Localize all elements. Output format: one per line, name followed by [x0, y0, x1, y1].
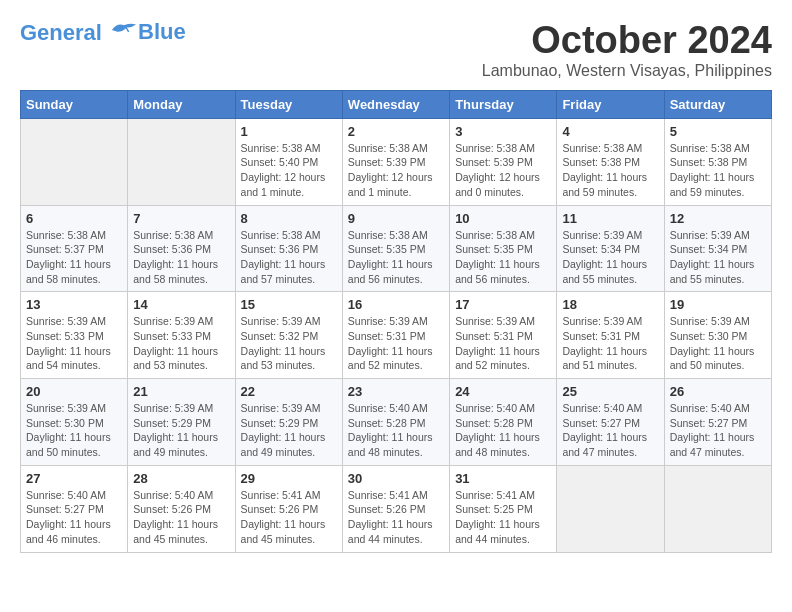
calendar-cell: 11Sunrise: 5:39 AM Sunset: 5:34 PM Dayli…: [557, 205, 664, 292]
day-info: Sunrise: 5:41 AM Sunset: 5:25 PM Dayligh…: [455, 488, 551, 547]
day-number: 2: [348, 124, 444, 139]
week-row-3: 13Sunrise: 5:39 AM Sunset: 5:33 PM Dayli…: [21, 292, 772, 379]
calendar-cell: 31Sunrise: 5:41 AM Sunset: 5:25 PM Dayli…: [450, 465, 557, 552]
calendar-cell: 7Sunrise: 5:38 AM Sunset: 5:36 PM Daylig…: [128, 205, 235, 292]
calendar-table: SundayMondayTuesdayWednesdayThursdayFrid…: [20, 90, 772, 553]
day-info: Sunrise: 5:38 AM Sunset: 5:38 PM Dayligh…: [562, 141, 658, 200]
logo-line2: Blue: [138, 20, 186, 44]
weekday-header-friday: Friday: [557, 90, 664, 118]
day-info: Sunrise: 5:39 AM Sunset: 5:29 PM Dayligh…: [133, 401, 229, 460]
day-number: 29: [241, 471, 337, 486]
calendar-cell: 20Sunrise: 5:39 AM Sunset: 5:30 PM Dayli…: [21, 379, 128, 466]
day-number: 18: [562, 297, 658, 312]
calendar-cell: 18Sunrise: 5:39 AM Sunset: 5:31 PM Dayli…: [557, 292, 664, 379]
calendar-cell: 27Sunrise: 5:40 AM Sunset: 5:27 PM Dayli…: [21, 465, 128, 552]
day-number: 25: [562, 384, 658, 399]
calendar-cell: 12Sunrise: 5:39 AM Sunset: 5:34 PM Dayli…: [664, 205, 771, 292]
calendar-body: 1Sunrise: 5:38 AM Sunset: 5:40 PM Daylig…: [21, 118, 772, 552]
day-info: Sunrise: 5:38 AM Sunset: 5:36 PM Dayligh…: [241, 228, 337, 287]
day-info: Sunrise: 5:40 AM Sunset: 5:28 PM Dayligh…: [348, 401, 444, 460]
day-info: Sunrise: 5:38 AM Sunset: 5:40 PM Dayligh…: [241, 141, 337, 200]
day-info: Sunrise: 5:40 AM Sunset: 5:28 PM Dayligh…: [455, 401, 551, 460]
day-number: 8: [241, 211, 337, 226]
day-number: 9: [348, 211, 444, 226]
day-info: Sunrise: 5:39 AM Sunset: 5:30 PM Dayligh…: [670, 314, 766, 373]
logo: General Blue: [20, 20, 186, 45]
calendar-cell: 8Sunrise: 5:38 AM Sunset: 5:36 PM Daylig…: [235, 205, 342, 292]
day-info: Sunrise: 5:38 AM Sunset: 5:38 PM Dayligh…: [670, 141, 766, 200]
day-info: Sunrise: 5:40 AM Sunset: 5:26 PM Dayligh…: [133, 488, 229, 547]
day-info: Sunrise: 5:38 AM Sunset: 5:37 PM Dayligh…: [26, 228, 122, 287]
calendar-cell: 6Sunrise: 5:38 AM Sunset: 5:37 PM Daylig…: [21, 205, 128, 292]
day-number: 6: [26, 211, 122, 226]
weekday-header-sunday: Sunday: [21, 90, 128, 118]
calendar-cell: 14Sunrise: 5:39 AM Sunset: 5:33 PM Dayli…: [128, 292, 235, 379]
calendar-cell: 5Sunrise: 5:38 AM Sunset: 5:38 PM Daylig…: [664, 118, 771, 205]
day-info: Sunrise: 5:39 AM Sunset: 5:33 PM Dayligh…: [26, 314, 122, 373]
day-info: Sunrise: 5:39 AM Sunset: 5:34 PM Dayligh…: [670, 228, 766, 287]
calendar-cell: 3Sunrise: 5:38 AM Sunset: 5:39 PM Daylig…: [450, 118, 557, 205]
day-number: 26: [670, 384, 766, 399]
day-number: 13: [26, 297, 122, 312]
logo-line1: General: [20, 20, 102, 45]
day-info: Sunrise: 5:41 AM Sunset: 5:26 PM Dayligh…: [348, 488, 444, 547]
weekday-header-row: SundayMondayTuesdayWednesdayThursdayFrid…: [21, 90, 772, 118]
calendar-cell: [557, 465, 664, 552]
calendar-header: SundayMondayTuesdayWednesdayThursdayFrid…: [21, 90, 772, 118]
weekday-header-tuesday: Tuesday: [235, 90, 342, 118]
calendar-cell: 30Sunrise: 5:41 AM Sunset: 5:26 PM Dayli…: [342, 465, 449, 552]
weekday-header-monday: Monday: [128, 90, 235, 118]
day-number: 30: [348, 471, 444, 486]
day-info: Sunrise: 5:38 AM Sunset: 5:36 PM Dayligh…: [133, 228, 229, 287]
day-info: Sunrise: 5:38 AM Sunset: 5:35 PM Dayligh…: [455, 228, 551, 287]
day-number: 20: [26, 384, 122, 399]
calendar-cell: 16Sunrise: 5:39 AM Sunset: 5:31 PM Dayli…: [342, 292, 449, 379]
calendar-cell: 17Sunrise: 5:39 AM Sunset: 5:31 PM Dayli…: [450, 292, 557, 379]
day-info: Sunrise: 5:38 AM Sunset: 5:39 PM Dayligh…: [348, 141, 444, 200]
calendar-cell: 21Sunrise: 5:39 AM Sunset: 5:29 PM Dayli…: [128, 379, 235, 466]
calendar-cell: [21, 118, 128, 205]
weekday-header-thursday: Thursday: [450, 90, 557, 118]
weekday-header-saturday: Saturday: [664, 90, 771, 118]
title-block: October 2024 Lambunao, Western Visayas, …: [482, 20, 772, 80]
day-number: 7: [133, 211, 229, 226]
calendar-cell: 13Sunrise: 5:39 AM Sunset: 5:33 PM Dayli…: [21, 292, 128, 379]
day-number: 19: [670, 297, 766, 312]
calendar-cell: 22Sunrise: 5:39 AM Sunset: 5:29 PM Dayli…: [235, 379, 342, 466]
day-number: 23: [348, 384, 444, 399]
day-info: Sunrise: 5:39 AM Sunset: 5:30 PM Dayligh…: [26, 401, 122, 460]
week-row-4: 20Sunrise: 5:39 AM Sunset: 5:30 PM Dayli…: [21, 379, 772, 466]
calendar-cell: 26Sunrise: 5:40 AM Sunset: 5:27 PM Dayli…: [664, 379, 771, 466]
page-header: General Blue October 2024 Lambunao, West…: [20, 20, 772, 80]
day-info: Sunrise: 5:38 AM Sunset: 5:35 PM Dayligh…: [348, 228, 444, 287]
day-number: 1: [241, 124, 337, 139]
logo-bird-icon: [110, 20, 138, 40]
calendar-cell: 24Sunrise: 5:40 AM Sunset: 5:28 PM Dayli…: [450, 379, 557, 466]
day-number: 14: [133, 297, 229, 312]
day-info: Sunrise: 5:39 AM Sunset: 5:31 PM Dayligh…: [455, 314, 551, 373]
day-number: 17: [455, 297, 551, 312]
day-info: Sunrise: 5:39 AM Sunset: 5:31 PM Dayligh…: [348, 314, 444, 373]
day-info: Sunrise: 5:40 AM Sunset: 5:27 PM Dayligh…: [562, 401, 658, 460]
day-number: 11: [562, 211, 658, 226]
day-info: Sunrise: 5:38 AM Sunset: 5:39 PM Dayligh…: [455, 141, 551, 200]
day-number: 15: [241, 297, 337, 312]
day-number: 5: [670, 124, 766, 139]
week-row-2: 6Sunrise: 5:38 AM Sunset: 5:37 PM Daylig…: [21, 205, 772, 292]
day-info: Sunrise: 5:39 AM Sunset: 5:31 PM Dayligh…: [562, 314, 658, 373]
day-info: Sunrise: 5:39 AM Sunset: 5:34 PM Dayligh…: [562, 228, 658, 287]
day-number: 22: [241, 384, 337, 399]
month-title: October 2024: [482, 20, 772, 62]
logo-text: General: [20, 20, 138, 45]
calendar-cell: 4Sunrise: 5:38 AM Sunset: 5:38 PM Daylig…: [557, 118, 664, 205]
calendar-cell: 2Sunrise: 5:38 AM Sunset: 5:39 PM Daylig…: [342, 118, 449, 205]
day-info: Sunrise: 5:40 AM Sunset: 5:27 PM Dayligh…: [26, 488, 122, 547]
day-info: Sunrise: 5:40 AM Sunset: 5:27 PM Dayligh…: [670, 401, 766, 460]
day-number: 3: [455, 124, 551, 139]
day-number: 21: [133, 384, 229, 399]
day-info: Sunrise: 5:39 AM Sunset: 5:29 PM Dayligh…: [241, 401, 337, 460]
week-row-5: 27Sunrise: 5:40 AM Sunset: 5:27 PM Dayli…: [21, 465, 772, 552]
calendar-cell: 10Sunrise: 5:38 AM Sunset: 5:35 PM Dayli…: [450, 205, 557, 292]
day-number: 27: [26, 471, 122, 486]
calendar-cell: 29Sunrise: 5:41 AM Sunset: 5:26 PM Dayli…: [235, 465, 342, 552]
